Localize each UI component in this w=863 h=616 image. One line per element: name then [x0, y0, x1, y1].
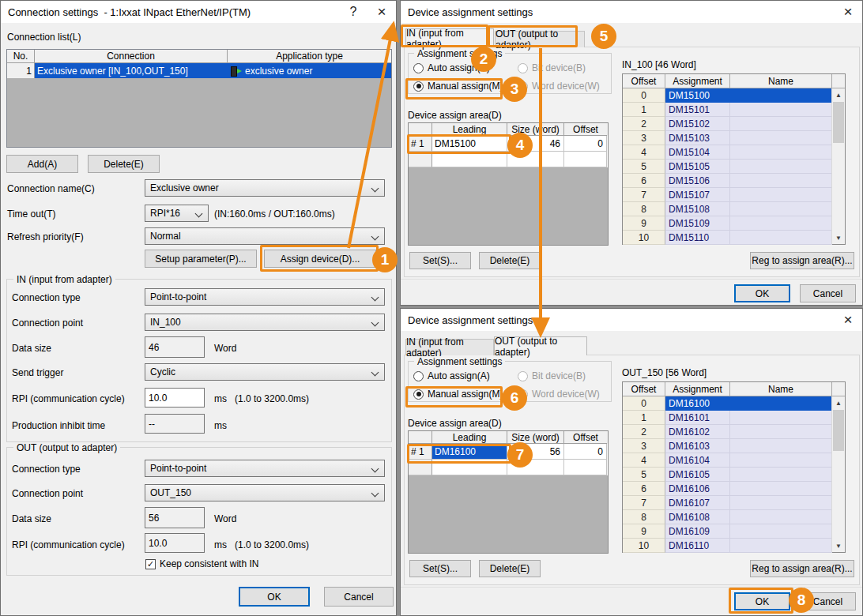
device-assignment-out-titlebar[interactable]: Device assignment settings × [401, 309, 862, 331]
offset-cell[interactable]: 2 [623, 117, 665, 131]
delete-button[interactable]: Delete(E) [88, 155, 160, 173]
cancel-button[interactable]: Cancel [800, 284, 856, 302]
assignment-cell[interactable]: DM16107 [665, 496, 730, 510]
assignment-table-row[interactable]: 5DM15105 [623, 160, 832, 174]
offset-cell[interactable]: 4 [623, 453, 665, 468]
in-send-trigger-combo[interactable]: Cyclic [145, 363, 385, 381]
reg-to-assign-area-button[interactable]: Reg to assign area(R)... [750, 252, 854, 269]
assignment-table-row[interactable]: 5DM16105 [623, 468, 832, 482]
name-cell[interactable] [730, 510, 832, 524]
word-device-radio[interactable]: Word device(W) [518, 389, 600, 400]
offset-cell[interactable] [564, 460, 607, 475]
assignment-table-row[interactable]: 4DM16104 [623, 453, 832, 468]
name-cell[interactable] [730, 539, 832, 553]
assign-area-row-2[interactable] [409, 152, 608, 167]
offset-cell[interactable]: 8 [623, 510, 665, 524]
ok-button[interactable]: OK [239, 587, 310, 607]
col-offset[interactable]: Offset [564, 123, 607, 136]
offset-cell[interactable]: 9 [623, 524, 665, 539]
out-rpi-field[interactable] [145, 533, 205, 553]
assignment-cell[interactable]: DM15101 [665, 103, 730, 117]
col-offset[interactable]: Offset [623, 74, 665, 88]
scroll-up-icon[interactable]: ▲ [832, 396, 845, 409]
device-assignment-in-titlebar[interactable]: Device assignment settings × [401, 1, 862, 23]
name-cell[interactable] [730, 425, 832, 439]
scrollbar-thumb[interactable] [833, 410, 844, 451]
in-production-inhibit-field[interactable] [145, 414, 205, 434]
connection-row[interactable]: 1 Exclusive owner [IN_100,OUT_150] exclu… [7, 63, 391, 78]
offset-cell[interactable]: 0 [564, 136, 607, 152]
assignment-cell[interactable]: DM15105 [665, 160, 730, 174]
offset-cell[interactable] [564, 152, 607, 167]
assignment-table-row[interactable]: 3DM15103 [623, 131, 832, 145]
assignment-table-row[interactable]: 6DM16106 [623, 482, 832, 496]
in-connection-type-combo[interactable]: Point-to-point [145, 288, 385, 306]
assignment-cell[interactable]: DM16108 [665, 510, 730, 524]
tab-out-output-to-adapter[interactable]: OUT (output to adapter) [495, 31, 585, 47]
assignment-table-row[interactable]: 10DM16110 [623, 539, 832, 553]
offset-cell[interactable]: 0 [564, 444, 607, 460]
assignment-cell[interactable]: DM15102 [665, 117, 730, 131]
offset-cell[interactable]: 7 [623, 188, 665, 202]
connection-row-apptype[interactable]: exclusive owner [228, 63, 391, 78]
assignment-table-row[interactable]: 4DM15104 [623, 145, 832, 160]
offset-cell[interactable]: 9 [623, 216, 665, 231]
name-cell[interactable] [730, 188, 832, 202]
tab-in-input-from-adapter[interactable]: IN (input from adapter) [405, 339, 494, 355]
close-icon[interactable]: × [834, 309, 862, 331]
col-assignment[interactable]: Assignment [665, 382, 730, 396]
offset-cell[interactable]: 1 [623, 411, 665, 425]
assignment-table-row[interactable]: 6DM15106 [623, 174, 832, 188]
col-leading[interactable]: Leading [432, 123, 507, 136]
assignment-cell[interactable]: DM15106 [665, 174, 730, 188]
assignment-table-row[interactable]: 9DM15109 [623, 216, 832, 231]
leading-cell[interactable] [432, 152, 507, 167]
leading-cell[interactable] [432, 460, 507, 475]
col-offset[interactable]: Offset [623, 382, 665, 396]
name-cell[interactable] [730, 396, 832, 411]
add-button[interactable]: Add(A) [6, 155, 78, 173]
tab-out-output-to-adapter[interactable]: OUT (output to adapter) [494, 336, 587, 355]
scroll-up-icon[interactable]: ▲ [832, 88, 845, 101]
connection-row-no[interactable]: 1 [7, 63, 35, 78]
assign-area-row-1[interactable]: # 1 DM16100 56 0 [409, 444, 608, 460]
row-number-cell[interactable] [409, 460, 432, 475]
assignment-table-row[interactable]: 1DM16101 [623, 411, 832, 425]
assignment-cell[interactable]: DM16109 [665, 524, 730, 539]
offset-cell[interactable]: 7 [623, 496, 665, 510]
name-cell[interactable] [730, 524, 832, 539]
size-cell[interactable]: 56 [507, 444, 564, 460]
assignment-table-row[interactable]: 0DM15100 [623, 88, 832, 103]
assignment-cell[interactable]: DM16105 [665, 468, 730, 482]
col-connection[interactable]: Connection [35, 50, 228, 63]
ok-button[interactable]: OK [734, 592, 790, 610]
assignment-table-row[interactable]: 8DM15108 [623, 202, 832, 216]
name-cell[interactable] [730, 496, 832, 510]
col-size-word[interactable]: Size (word) [507, 123, 564, 136]
offset-cell[interactable]: 4 [623, 145, 665, 160]
offset-cell[interactable]: 0 [623, 396, 665, 411]
name-cell[interactable] [730, 202, 832, 216]
delete-button[interactable]: Delete(E) [479, 252, 541, 269]
assignment-cell[interactable]: DM15107 [665, 188, 730, 202]
close-icon[interactable]: × [834, 1, 862, 23]
name-cell[interactable] [730, 439, 832, 453]
name-cell[interactable] [730, 131, 832, 145]
bit-device-radio[interactable]: Bit device(B) [518, 370, 586, 381]
assignment-cell[interactable]: DM15103 [665, 131, 730, 145]
manual-assign-radio[interactable]: Manual assign(M) [413, 389, 503, 400]
time-out-combo[interactable]: RPI*16 [145, 205, 209, 222]
assignment-cell[interactable]: DM16102 [665, 425, 730, 439]
assignment-cell[interactable]: DM16104 [665, 453, 730, 468]
name-cell[interactable] [730, 468, 832, 482]
set-button[interactable]: Set(S)... [409, 252, 471, 269]
name-cell[interactable] [730, 216, 832, 231]
assignment-cell[interactable]: DM16101 [665, 411, 730, 425]
offset-cell[interactable]: 2 [623, 425, 665, 439]
out-table-scrollbar[interactable]: ▲ ▼ [831, 396, 845, 552]
connection-name-combo[interactable]: Exclusive owner [145, 179, 385, 197]
assignment-table-row[interactable]: 9DM16109 [623, 524, 832, 539]
in-connection-point-combo[interactable]: IN_100 [145, 314, 385, 331]
tab-in-input-from-adapter[interactable]: IN (input from adapter) [405, 28, 494, 47]
out-data-size-field[interactable] [145, 507, 205, 528]
